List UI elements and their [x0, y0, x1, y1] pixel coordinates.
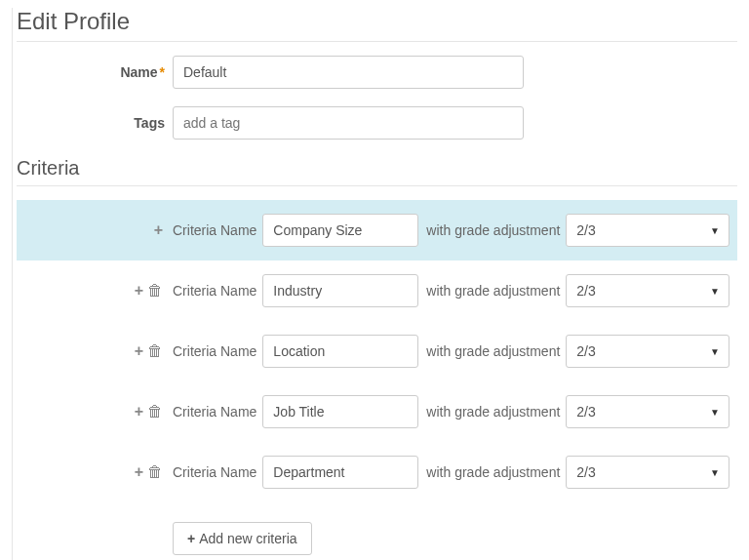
grade-adjustment-select[interactable]: 2/3 — [566, 335, 729, 368]
add-row-icon[interactable]: + — [135, 283, 143, 299]
grade-select-wrap: 2/3▼ — [566, 456, 729, 489]
criteria-list: +Criteria Namewith grade adjustment2/3▼+… — [17, 200, 737, 502]
grade-select-wrap: 2/3▼ — [566, 214, 729, 247]
criteria-row: +🗑Criteria Namewith grade adjustment2/3▼ — [17, 442, 737, 502]
add-criteria-button[interactable]: +Add new criteria — [173, 522, 312, 555]
criteria-name-input[interactable] — [262, 335, 418, 368]
grade-adjustment-select[interactable]: 2/3 — [566, 214, 729, 247]
grade-adjustment-label: with grade adjustment — [426, 222, 560, 238]
criteria-name-input[interactable] — [262, 214, 418, 247]
grade-select-wrap: 2/3▼ — [566, 274, 729, 307]
grade-adjustment-select[interactable]: 2/3 — [566, 395, 729, 428]
divider — [17, 41, 737, 42]
grade-adjustment-label: with grade adjustment — [426, 283, 560, 299]
trash-icon[interactable]: 🗑 — [147, 404, 163, 420]
name-label: Name* — [17, 64, 173, 80]
plus-icon: + — [187, 531, 195, 546]
criteria-row: +🗑Criteria Namewith grade adjustment2/3▼ — [17, 260, 737, 321]
required-marker: * — [160, 64, 165, 80]
name-row: Name* — [17, 56, 737, 89]
name-input[interactable] — [173, 56, 524, 89]
tags-input[interactable] — [173, 106, 524, 140]
grade-adjustment-label: with grade adjustment — [426, 404, 560, 420]
trash-icon[interactable]: 🗑 — [147, 343, 163, 359]
page-title: Edit Profile — [17, 8, 737, 35]
criteria-name-input[interactable] — [262, 395, 418, 428]
criteria-name-label: Criteria Name — [173, 343, 256, 359]
tags-label: Tags — [17, 115, 173, 131]
criteria-row: +Criteria Namewith grade adjustment2/3▼ — [17, 200, 737, 260]
add-row-icon[interactable]: + — [154, 222, 163, 238]
row-icons: +🗑 — [24, 343, 173, 359]
row-icons: +🗑 — [24, 464, 173, 480]
grade-select-wrap: 2/3▼ — [566, 395, 729, 428]
add-criteria-label: Add new criteria — [199, 531, 296, 546]
add-row-icon[interactable]: + — [135, 464, 143, 480]
grade-adjustment-label: with grade adjustment — [426, 464, 560, 480]
criteria-title: Criteria — [17, 157, 737, 180]
tags-row: Tags — [17, 106, 737, 140]
trash-icon[interactable]: 🗑 — [147, 464, 163, 480]
criteria-row: +🗑Criteria Namewith grade adjustment2/3▼ — [17, 321, 737, 381]
row-icons: + — [24, 222, 173, 238]
row-icons: +🗑 — [24, 283, 173, 299]
criteria-name-label: Criteria Name — [173, 222, 256, 238]
criteria-name-label: Criteria Name — [173, 404, 256, 420]
tags-label-text: Tags — [134, 115, 165, 131]
criteria-name-input[interactable] — [262, 456, 418, 489]
name-label-text: Name — [120, 64, 157, 80]
divider — [17, 185, 737, 186]
grade-adjustment-select[interactable]: 2/3 — [566, 274, 729, 307]
criteria-name-input[interactable] — [262, 274, 418, 307]
criteria-name-label: Criteria Name — [173, 283, 256, 299]
add-row-icon[interactable]: + — [135, 404, 143, 420]
criteria-name-label: Criteria Name — [173, 464, 256, 480]
grade-adjustment-label: with grade adjustment — [426, 343, 560, 359]
grade-adjustment-select[interactable]: 2/3 — [566, 456, 729, 489]
row-icons: +🗑 — [24, 404, 173, 420]
add-row-icon[interactable]: + — [135, 343, 143, 359]
grade-select-wrap: 2/3▼ — [566, 335, 729, 368]
trash-icon[interactable]: 🗑 — [147, 283, 163, 299]
criteria-row: +🗑Criteria Namewith grade adjustment2/3▼ — [17, 381, 737, 442]
